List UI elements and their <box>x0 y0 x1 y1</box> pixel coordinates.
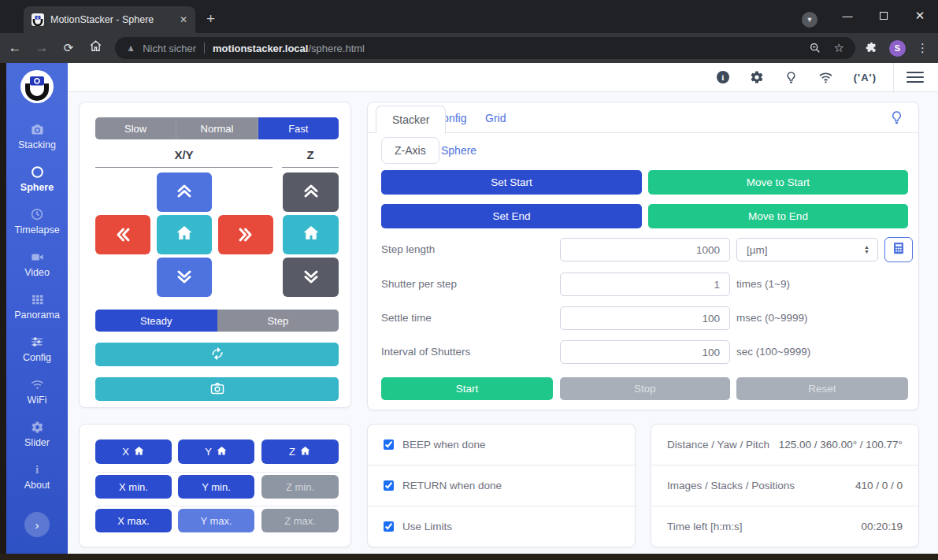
jog-y-up-button[interactable] <box>157 172 212 212</box>
z-max-button[interactable]: Z max. <box>261 509 339 532</box>
back-icon[interactable]: ← <box>3 40 27 56</box>
lightbulb-icon[interactable] <box>889 110 904 128</box>
security-label[interactable]: Nicht sicher <box>143 43 196 54</box>
address-bar[interactable]: ▲! Nicht sicher motionstacker.local /sph… <box>115 37 855 59</box>
jog-z-home-button[interactable] <box>283 215 339 254</box>
sidebar-item-sphere[interactable]: Sphere <box>6 158 68 200</box>
app-logo[interactable] <box>20 69 54 104</box>
sidebar-item-wifi[interactable]: WiFi <box>6 370 68 413</box>
sidebar-toggle-button[interactable]: › <box>24 512 50 537</box>
settings-gear-button[interactable] <box>750 70 764 84</box>
interval-label: Interval of Shutters <box>381 340 470 364</box>
browser-tab[interactable]: MotionStacker - Sphere ✕ <box>24 6 195 33</box>
extensions-icon[interactable] <box>865 42 878 55</box>
set-end-button[interactable]: Set End <box>381 204 642 228</box>
browser-menu-icon[interactable]: ⋮ <box>917 41 929 55</box>
new-tab-button[interactable]: + <box>206 10 215 28</box>
info-button[interactable]: i <box>717 71 729 83</box>
sidebar-item-about[interactable]: i About <box>6 455 68 498</box>
y-min-button[interactable]: Y min. <box>178 475 254 499</box>
antenna-icon[interactable]: ('A') <box>854 72 877 83</box>
info-icon: i <box>6 462 68 477</box>
wifi-status-icon[interactable] <box>818 70 833 85</box>
options-card: BEEP when done RETURN when done Use Limi… <box>367 424 636 547</box>
shutter-per-step-input[interactable] <box>560 273 730 296</box>
subtab-sphere[interactable]: Sphere <box>441 137 476 164</box>
use-limits-checkbox[interactable] <box>384 521 394 532</box>
return-checkbox[interactable] <box>384 480 394 491</box>
speed-slow-button[interactable]: Slow <box>95 117 176 139</box>
profile-avatar[interactable]: S <box>889 40 906 57</box>
reload-icon[interactable]: ⟳ <box>57 41 80 55</box>
camera-icon <box>209 380 225 399</box>
return-label[interactable]: RETURN when done <box>402 480 502 491</box>
sidebar-item-video[interactable]: Video <box>6 243 68 285</box>
jog-x-right-button[interactable] <box>218 215 273 254</box>
y-home-button[interactable]: Y <box>178 439 254 464</box>
move-to-end-button[interactable]: Move to End <box>648 204 908 228</box>
url-path[interactable]: /sphere.html <box>308 43 365 54</box>
y-max-button[interactable]: Y max. <box>178 509 254 532</box>
move-to-start-button[interactable]: Move to Start <box>648 170 908 195</box>
maximize-button[interactable] <box>866 0 902 32</box>
x-home-button[interactable]: X <box>95 439 172 464</box>
shutter-button[interactable] <box>95 377 339 401</box>
zoom-out-icon[interactable] <box>809 42 821 54</box>
sidebar-item-timelapse[interactable]: Timelapse <box>6 200 68 243</box>
shutter-per-step-unit: times (1~9) <box>736 273 790 296</box>
images-stacks-positions-value: 410 / 0 / 0 <box>855 480 903 491</box>
close-button[interactable]: ✕ <box>902 0 938 32</box>
jog-y-down-button[interactable] <box>157 258 212 297</box>
jog-xy-home-button[interactable] <box>157 215 212 254</box>
images-stacks-positions-label: Images / Stacks / Positions <box>667 480 795 491</box>
tab-close-icon[interactable]: ✕ <box>180 14 187 25</box>
interval-input[interactable] <box>560 340 730 364</box>
video-icon <box>6 250 68 264</box>
not-secure-icon[interactable]: ▲! <box>126 43 137 54</box>
beep-checkbox[interactable] <box>384 439 394 450</box>
double-chevron-down-icon <box>302 268 321 287</box>
light-button[interactable] <box>784 71 798 84</box>
sidebar-item-slider[interactable]: Slider <box>6 413 68 455</box>
jog-z-up-button[interactable] <box>283 172 339 212</box>
z-home-button[interactable]: Z <box>261 439 339 464</box>
sidebar-item-panorama[interactable]: Panorama <box>6 285 68 328</box>
settle-time-input[interactable] <box>560 306 730 330</box>
desktop-edge <box>0 554 938 560</box>
browser-update-icon[interactable]: ▼ <box>802 12 818 28</box>
url-divider <box>204 43 205 54</box>
browser-titlebar: MotionStacker - Sphere ✕ + ▼ — ✕ <box>0 0 938 33</box>
tab-stacker[interactable]: Stacker <box>376 106 446 134</box>
unit-select[interactable]: [µm] ▲▼ <box>736 238 878 261</box>
gear-icon <box>6 420 68 434</box>
home-icon[interactable] <box>83 39 107 57</box>
jog-x-left-button[interactable] <box>95 215 150 254</box>
calculator-button[interactable] <box>884 237 913 262</box>
menu-icon[interactable] <box>906 69 924 86</box>
reset-button[interactable]: Reset <box>736 377 908 400</box>
forward-icon[interactable]: → <box>30 40 54 56</box>
tab-grid[interactable]: Grid <box>485 102 506 133</box>
mode-step-button[interactable]: Step <box>217 310 339 332</box>
option-row: BEEP when done <box>368 425 635 465</box>
x-min-button[interactable]: X min. <box>95 475 172 499</box>
start-button[interactable]: Start <box>381 377 553 400</box>
stop-button[interactable]: Stop <box>560 377 730 400</box>
subtab-z-axis[interactable]: Z-Axis <box>381 137 439 164</box>
speed-normal-button[interactable]: Normal <box>176 117 258 139</box>
refresh-button[interactable] <box>95 343 339 366</box>
sidebar-item-stacking[interactable]: Stacking <box>6 115 68 158</box>
url-host[interactable]: motionstacker.local <box>213 43 308 54</box>
speed-fast-button[interactable]: Fast <box>258 117 339 139</box>
use-limits-label[interactable]: Use Limits <box>402 521 452 532</box>
sidebar-item-config[interactable]: Config <box>6 328 68 370</box>
minimize-button[interactable]: — <box>829 0 866 32</box>
mode-steady-button[interactable]: Steady <box>95 310 217 332</box>
step-length-input[interactable] <box>560 238 730 261</box>
z-min-button[interactable]: Z min. <box>261 475 339 499</box>
beep-label[interactable]: BEEP when done <box>402 439 486 451</box>
set-start-button[interactable]: Set Start <box>381 170 642 195</box>
jog-z-down-button[interactable] <box>283 258 339 297</box>
bookmark-star-icon[interactable]: ☆ <box>834 41 844 55</box>
x-max-button[interactable]: X max. <box>95 509 172 532</box>
